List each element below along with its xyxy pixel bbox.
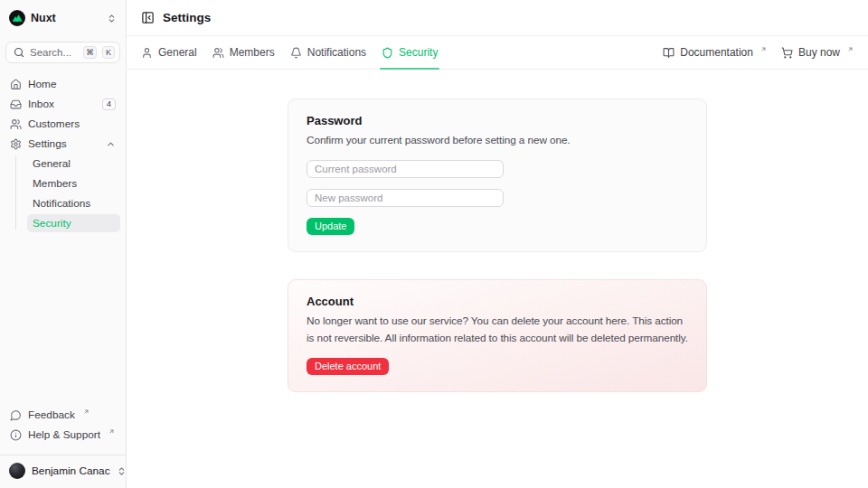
search-input[interactable]: Search... ⌘ K [5, 42, 120, 63]
inbox-count-badge: 4 [102, 99, 116, 110]
footer-link-label: Feedback [28, 408, 75, 421]
sidebar-item-label: General [33, 157, 71, 170]
chevrons-up-down-icon [117, 466, 127, 476]
inbox-icon [10, 99, 22, 110]
info-circle-icon [10, 429, 22, 441]
app-window: Nuxt Search... ⌘ K Home [0, 0, 868, 488]
external-link-icon [847, 46, 854, 52]
kbd-meta: ⌘ [83, 46, 97, 59]
shield-icon [382, 47, 393, 59]
sidebar-footer: Feedback Help & Support [0, 406, 126, 449]
user-menu[interactable]: Benjamin Canac [0, 455, 126, 488]
card-title: Password [307, 114, 688, 127]
tab-members[interactable]: Members [212, 36, 275, 69]
page-header: Settings [127, 0, 868, 36]
team-name: Nuxt [31, 12, 56, 24]
sidebar-item-members[interactable]: Members [27, 174, 120, 192]
tab-label: Security [399, 46, 438, 59]
team-selector[interactable]: Nuxt [7, 8, 118, 28]
tab-general[interactable]: General [141, 36, 197, 69]
sidebar-item-label: Customers [28, 117, 80, 130]
chevrons-up-down-icon [107, 14, 117, 23]
user-name: Benjamin Canac [32, 465, 110, 477]
sidebar-nav: Home Inbox 4 Customers Settings [0, 63, 126, 234]
password-card: Password Confirm your current password b… [288, 99, 707, 252]
sidebar-item-inbox[interactable]: Inbox 4 [5, 95, 120, 113]
external-link-icon [83, 408, 90, 415]
bell-icon [290, 47, 302, 59]
settings-sub-nav: General Members Notifications Security [5, 155, 120, 232]
footer-link-label: Help & Support [28, 428, 100, 441]
documentation-link[interactable]: Documentation [663, 46, 767, 59]
sidebar-item-label: Home [28, 78, 56, 90]
external-link-icon [108, 428, 115, 435]
card-description: Confirm your current password before set… [307, 132, 688, 149]
action-label: Buy now [798, 46, 840, 59]
kbd-k: K [102, 46, 115, 59]
header-actions: Documentation Buy now [663, 46, 854, 59]
sidebar-item-label: Inbox [28, 98, 54, 110]
sidebar-toggle-icon[interactable] [141, 11, 155, 24]
help-support-link[interactable]: Help & Support [5, 426, 120, 444]
delete-account-button[interactable]: Delete account [307, 358, 389, 375]
search-placeholder: Search... [30, 47, 78, 58]
main-area: Settings General Members Notifications [127, 0, 868, 488]
gear-icon [10, 138, 22, 150]
search-icon [14, 47, 24, 58]
card-title: Account [307, 295, 688, 308]
nuxt-logo-icon [9, 10, 25, 26]
sidebar-item-label: Members [33, 177, 77, 190]
sidebar-item-label: Security [33, 217, 71, 230]
sidebar-spacer [0, 234, 126, 406]
card-description: No longer want to use our service? You c… [307, 313, 688, 347]
sidebar-item-label: Settings [28, 137, 67, 150]
avatar [9, 463, 25, 479]
sidebar-item-label: Notifications [33, 197, 90, 210]
sidebar-item-settings[interactable]: Settings [5, 135, 120, 153]
user-icon [141, 47, 153, 59]
home-icon [10, 79, 22, 90]
settings-security-panel: Password Confirm your current password b… [127, 70, 868, 488]
tab-label: Members [230, 46, 275, 59]
tab-security[interactable]: Security [382, 36, 438, 69]
update-password-button[interactable]: Update [307, 218, 354, 235]
sidebar-item-general[interactable]: General [27, 155, 120, 173]
tab-label: General [158, 46, 197, 59]
account-card: Account No longer want to use our servic… [288, 279, 707, 392]
action-label: Documentation [680, 46, 753, 59]
book-open-icon [663, 47, 675, 59]
current-password-field[interactable] [307, 160, 504, 178]
message-bubble-icon [10, 409, 22, 421]
buy-now-link[interactable]: Buy now [781, 46, 854, 59]
tab-bar: General Members Notifications Security [127, 36, 868, 70]
sidebar-item-notifications[interactable]: Notifications [27, 194, 120, 212]
sidebar-item-security[interactable]: Security [27, 214, 120, 232]
users-icon [212, 47, 224, 59]
sidebar-item-home[interactable]: Home [5, 75, 120, 93]
feedback-link[interactable]: Feedback [5, 406, 120, 424]
sidebar-item-customers[interactable]: Customers [5, 115, 120, 133]
page-title: Settings [163, 11, 211, 24]
users-icon [10, 118, 22, 130]
new-password-field[interactable] [307, 189, 504, 207]
tab-label: Notifications [307, 46, 366, 59]
tab-notifications[interactable]: Notifications [290, 36, 366, 69]
shopping-cart-icon [781, 47, 793, 59]
chevron-up-icon [106, 139, 116, 149]
external-link-icon [760, 46, 767, 52]
sidebar: Nuxt Search... ⌘ K Home [0, 0, 127, 488]
